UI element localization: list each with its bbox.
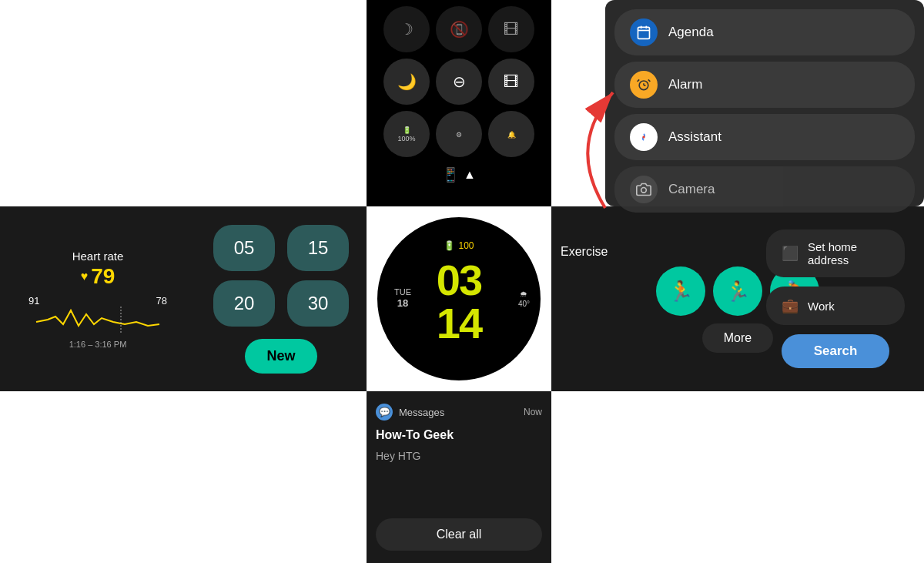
timer-row-1: 05 15 <box>213 225 349 271</box>
app-list: Agenda Alarm <box>614 9 915 213</box>
battery-button[interactable]: 🔋 100% <box>383 111 430 157</box>
timer-new-button[interactable]: New <box>245 339 316 374</box>
unknown-icon-3[interactable]: 🎞 <box>488 6 534 52</box>
work-icon: 💼 <box>782 297 798 314</box>
app-list-panel: Agenda Alarm <box>605 0 924 206</box>
settings-button[interactable]: ⚙ <box>436 111 482 157</box>
timer-15-button[interactable]: 15 <box>287 225 349 271</box>
bell-icon: 🔔 <box>507 131 516 139</box>
timer-30-button[interactable]: 30 <box>287 280 349 327</box>
heart-rate-panel: Heart rate ♥ 79 91 78 1:16 – 3:16 PM <box>0 206 367 391</box>
gear-icon: ⚙ <box>456 131 462 139</box>
right-panel: Exercise 🏃 🏃‍♂️ 🚴 More ⬛ Set home addres… <box>551 206 924 391</box>
svg-rect-1 <box>638 27 650 39</box>
control-row-3: 🔋 100% ⚙ 🔔 <box>383 111 534 157</box>
set-home-address-button[interactable]: ⬛ Set home address <box>766 230 905 277</box>
notification-app-name: Messages <box>399 407 524 418</box>
watch-date: TUE 18 <box>394 287 411 310</box>
camera-label: Camera <box>668 182 715 197</box>
search-button[interactable]: Search <box>782 334 889 368</box>
svg-point-10 <box>641 188 647 193</box>
battery-icon-watch: 🔋 <box>444 240 455 251</box>
watch-battery: 🔋 100 <box>444 240 474 251</box>
notification-time: Now <box>524 407 542 417</box>
watch-date-num: 18 <box>394 298 411 311</box>
svg-point-9 <box>642 136 644 138</box>
timer-row-2: 20 30 <box>213 280 349 327</box>
notification-body: Hey HTG <box>376 450 542 462</box>
watch-hour: 03 <box>437 259 481 302</box>
timer-panel: 05 15 20 30 New <box>196 206 367 391</box>
weather-icon: 🌧 <box>518 289 530 299</box>
agenda-label: Agenda <box>668 25 714 40</box>
phone-indicator: 📱 ▲ <box>442 166 476 183</box>
film-button[interactable]: 🎞 <box>488 59 534 105</box>
watch-weather: 🌧 40° <box>518 289 530 309</box>
set-home-label: Set home address <box>808 240 889 266</box>
control-panel: ☽ 📵 🎞 🌙 ⊖ 🎞 🔋 100% ⚙ 🔔 <box>367 0 551 206</box>
main-layout: Heart rate ♥ 79 91 78 1:16 – 3:16 PM <box>0 0 924 563</box>
app-item-camera[interactable]: Camera <box>614 166 915 213</box>
alarm-label: Alarm <box>668 77 702 92</box>
assistant-label: Assistant <box>668 129 721 145</box>
control-row-2: 🌙 ⊖ 🎞 <box>383 59 534 105</box>
heart-rate-time: 1:16 – 3:16 PM <box>69 340 127 349</box>
alarm-icon <box>630 71 658 99</box>
unknown-icon-2[interactable]: 📵 <box>436 6 482 52</box>
battery-icon: 🔋 <box>403 126 411 134</box>
exercise-title: Exercise <box>561 245 608 259</box>
hr-left-value: 91 <box>28 295 39 307</box>
wifi-icon: ▲ <box>464 168 476 182</box>
watch-minute: 14 <box>437 302 481 345</box>
watch-day: TUE <box>394 287 411 297</box>
watch-circle: 🔋 100 TUE 18 03 14 🌧 40° <box>374 214 544 384</box>
notification-header: 💬 Messages Now <box>376 404 542 421</box>
home-address-icon: ⬛ <box>782 245 798 262</box>
heart-rate-graph <box>28 295 167 333</box>
notifications-button[interactable]: 🔔 <box>488 111 534 157</box>
messages-app-icon: 💬 <box>376 404 393 421</box>
clear-all-button[interactable]: Clear all <box>376 518 542 551</box>
phone-icon: 📱 <box>442 166 459 183</box>
notification-panel: 💬 Messages Now How-To Geek Hey HTG Clear… <box>367 391 551 563</box>
notification-title: How-To Geek <box>376 428 542 442</box>
app-item-agenda[interactable]: Agenda <box>614 9 915 55</box>
app-item-alarm[interactable]: Alarm <box>614 62 915 108</box>
hr-right-value: 78 <box>156 295 167 307</box>
timer-05-button[interactable]: 05 <box>213 225 275 271</box>
heart-rate-title: Heart rate <box>72 250 124 263</box>
exercise-run-button[interactable]: 🏃 <box>656 266 705 316</box>
top-icons-row: ☽ 📵 🎞 <box>383 6 534 52</box>
watch-time: 03 14 <box>437 259 481 345</box>
minus-button[interactable]: ⊖ <box>436 59 482 105</box>
moon-button[interactable]: 🌙 <box>383 59 430 105</box>
work-label: Work <box>808 300 835 313</box>
unknown-icon-1[interactable]: ☽ <box>383 6 430 52</box>
heart-icon: ♥ <box>81 270 89 283</box>
weather-temp: 40° <box>518 299 530 309</box>
app-item-assistant[interactable]: Assistant <box>614 114 915 160</box>
battery-label: 100% <box>397 135 415 142</box>
camera-icon <box>630 176 658 203</box>
assistant-icon <box>630 123 658 151</box>
timer-20-button[interactable]: 20 <box>213 280 275 327</box>
home-shortcuts-panel: ⬛ Set home address 💼 Work Search <box>747 206 924 391</box>
watch-face[interactable]: 🔋 100 TUE 18 03 14 🌧 40° <box>367 206 551 391</box>
agenda-icon <box>630 18 658 46</box>
battery-pct: 100 <box>458 240 474 251</box>
work-button[interactable]: 💼 Work <box>766 287 905 325</box>
heart-rate-value: 79 <box>91 264 115 289</box>
